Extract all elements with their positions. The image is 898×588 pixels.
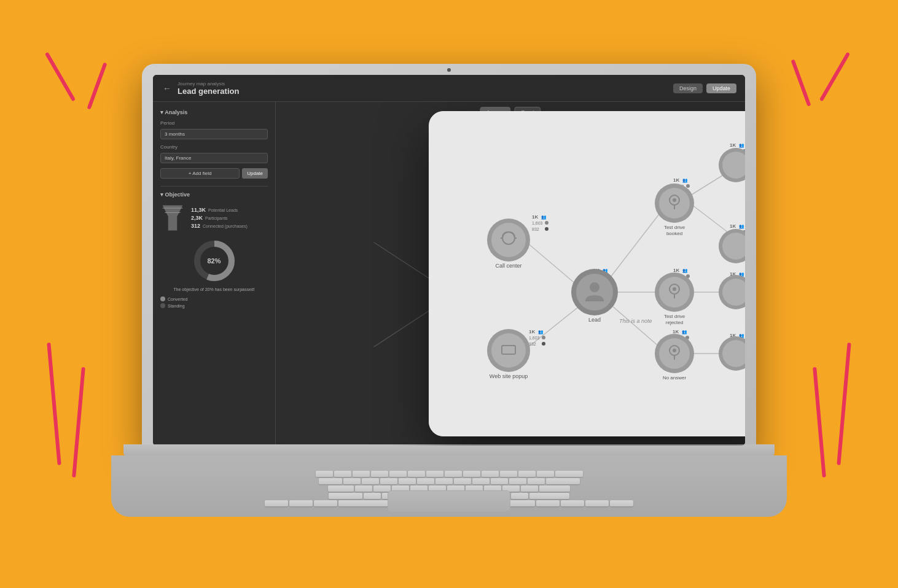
- svg-text:Test drive: Test drive: [664, 314, 685, 319]
- svg-text:Call center: Call center: [496, 263, 522, 269]
- key[interactable]: [343, 478, 361, 484]
- key[interactable]: [435, 478, 453, 484]
- key[interactable]: [491, 478, 508, 484]
- deco-line-top-left-2: [87, 62, 107, 109]
- key[interactable]: [265, 500, 288, 506]
- key[interactable]: [529, 493, 569, 499]
- legend-dot-standing: [160, 303, 165, 308]
- deco-line-bottom-right-1: [837, 342, 851, 465]
- key[interactable]: [454, 478, 471, 484]
- webcam: [447, 68, 451, 72]
- svg-point-52: [491, 333, 526, 368]
- svg-text:1K: 1K: [730, 223, 736, 229]
- key[interactable]: [362, 478, 379, 484]
- key[interactable]: [536, 500, 560, 506]
- key[interactable]: [408, 471, 425, 477]
- key[interactable]: [500, 471, 517, 477]
- legend-label-converted: Converted: [168, 297, 187, 301]
- key[interactable]: [399, 478, 416, 484]
- svg-text:Test drive: Test drive: [664, 225, 685, 230]
- key[interactable]: [528, 478, 545, 484]
- breadcrumb: Journey map analysis: [178, 81, 239, 87]
- country-label: Country: [160, 144, 268, 150]
- funnel-stat-2: 2,3K Participants: [191, 215, 248, 221]
- key[interactable]: [355, 485, 372, 492]
- add-field-button[interactable]: + Add field: [160, 168, 240, 179]
- add-field-row: + Add field Update: [160, 168, 268, 179]
- key[interactable]: [472, 478, 490, 484]
- legend-dot-converted: [160, 296, 165, 301]
- page-title: Lead generation: [178, 87, 239, 96]
- funnel-stat-3: 312 Connected (purchases): [191, 223, 248, 229]
- svg-text:1,603: 1,603: [532, 221, 543, 225]
- key[interactable]: [610, 500, 633, 506]
- svg-point-31: [545, 227, 549, 231]
- funnel-value-1: 11,3K: [191, 207, 206, 213]
- key[interactable]: [329, 493, 362, 499]
- funnel-stats: 11,3K Potential Leads 2,3K Participants …: [191, 207, 248, 229]
- trackpad[interactable]: [388, 490, 510, 512]
- sidebar-update-button[interactable]: Update: [242, 168, 268, 179]
- key[interactable]: [389, 471, 407, 477]
- svg-text:👥: 👥: [682, 177, 688, 183]
- header-left: ← Journey map analysis Lead generation: [162, 81, 239, 96]
- svg-point-74: [659, 277, 690, 308]
- funnel-value-2: 2,3K: [191, 215, 203, 221]
- key[interactable]: [546, 478, 580, 484]
- svg-text:1K: 1K: [730, 142, 736, 148]
- svg-text:👥: 👥: [739, 142, 744, 148]
- key[interactable]: [539, 485, 570, 492]
- keyboard-row-2: [203, 478, 695, 484]
- key[interactable]: [319, 478, 342, 484]
- key[interactable]: [555, 471, 583, 477]
- period-select[interactable]: 3 months: [160, 129, 268, 139]
- key[interactable]: [417, 478, 434, 484]
- svg-text:No answer: No answer: [663, 375, 687, 381]
- key[interactable]: [426, 471, 443, 477]
- divider: [160, 186, 268, 187]
- key[interactable]: [521, 485, 538, 492]
- svg-point-32: [491, 223, 526, 257]
- key[interactable]: [509, 478, 526, 484]
- key[interactable]: [482, 471, 499, 477]
- country-select[interactable]: Italy, France: [160, 153, 268, 163]
- svg-point-59: [686, 184, 690, 188]
- design-button[interactable]: Design: [673, 83, 703, 93]
- key[interactable]: [353, 471, 370, 477]
- funnel-label-2: Participants: [205, 216, 228, 220]
- svg-text:1K: 1K: [673, 329, 679, 335]
- flow-modal: This is a note 1K 👥 1,603 832: [429, 111, 745, 436]
- app-body: ▾ Analysis Period 3 months Country Italy…: [153, 102, 745, 446]
- key[interactable]: [380, 478, 397, 484]
- key[interactable]: [328, 485, 354, 492]
- key[interactable]: [561, 500, 584, 506]
- key[interactable]: [445, 471, 462, 477]
- objective-section-title: ▾ Objective: [160, 191, 268, 198]
- key[interactable]: [289, 500, 313, 506]
- key[interactable]: [314, 500, 337, 506]
- key[interactable]: [585, 500, 609, 506]
- key[interactable]: [511, 493, 528, 499]
- svg-text:booked: booked: [666, 231, 682, 236]
- key[interactable]: [373, 485, 391, 492]
- key[interactable]: [316, 471, 333, 477]
- legend-standing: Standing: [160, 303, 268, 308]
- key[interactable]: [518, 471, 536, 477]
- key[interactable]: [537, 471, 554, 477]
- deco-line-bottom-left-1: [47, 342, 61, 465]
- key[interactable]: [334, 471, 351, 477]
- key[interactable]: [364, 493, 381, 499]
- laptop-hinge: [123, 444, 775, 455]
- svg-text:👥: 👥: [682, 268, 688, 273]
- update-button[interactable]: Update: [706, 83, 736, 93]
- header-title-area: Journey map analysis Lead generation: [178, 81, 239, 96]
- laptop: ← Journey map analysis Lead generation D…: [111, 64, 787, 524]
- deco-line-top-right-2: [791, 59, 811, 106]
- key[interactable]: [463, 471, 480, 477]
- back-button[interactable]: ←: [162, 83, 173, 94]
- laptop-screen-bezel: ← Journey map analysis Lead generation D…: [142, 64, 756, 457]
- deco-line-top-left-1: [45, 52, 76, 102]
- keyboard-row-1: [203, 471, 695, 477]
- modal-svg: This is a note 1K 👥 1,603 832: [429, 111, 745, 436]
- key[interactable]: [371, 471, 388, 477]
